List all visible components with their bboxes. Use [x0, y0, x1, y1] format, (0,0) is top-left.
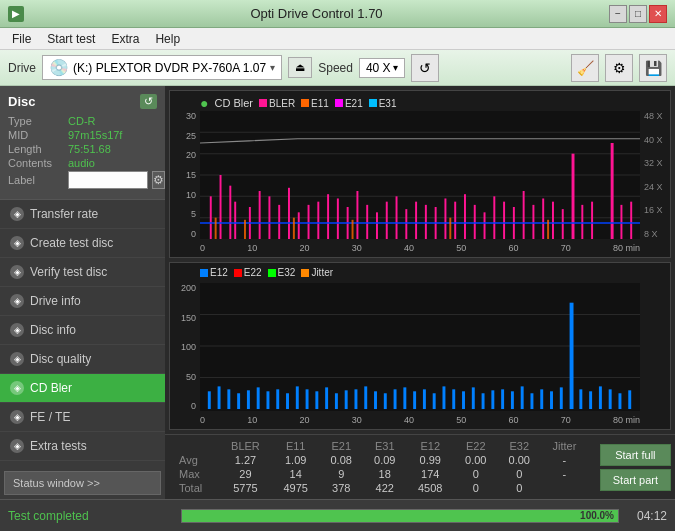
chart2-plot [200, 283, 640, 411]
minimize-button[interactable]: − [609, 5, 627, 23]
sidebar-item-disc-quality[interactable]: ◈ Disc quality [0, 345, 165, 374]
svg-rect-7 [229, 186, 231, 239]
col-header-e31: E31 [363, 439, 407, 453]
svg-rect-86 [491, 390, 494, 409]
total-jitter [541, 481, 588, 495]
col-header-e21: E21 [319, 439, 363, 453]
drive-info-icon: ◈ [10, 294, 24, 308]
svg-rect-61 [247, 390, 250, 409]
menu-help[interactable]: Help [147, 30, 188, 48]
col-header-empty [173, 439, 219, 453]
svg-rect-80 [433, 393, 436, 409]
svg-rect-46 [620, 205, 622, 239]
sidebar-item-extra-tests[interactable]: ◈ Extra tests [0, 432, 165, 461]
total-e22: 0 [454, 481, 498, 495]
max-e32: 0 [498, 467, 542, 481]
svg-rect-96 [589, 391, 592, 409]
svg-rect-90 [530, 393, 533, 409]
svg-rect-43 [581, 205, 583, 239]
disc-refresh-button[interactable]: ↺ [140, 94, 157, 109]
max-e31: 18 [363, 467, 407, 481]
chart2-y-axis: 200 150 100 50 0 [170, 283, 200, 411]
svg-rect-45 [611, 143, 614, 239]
sidebar-item-verify-test-disc[interactable]: ◈ Verify test disc [0, 258, 165, 287]
status-window-button[interactable]: Status window >> [4, 471, 161, 495]
sidebar: Disc ↺ Type CD-R MID 97m15s17f Length 75… [0, 86, 165, 499]
svg-rect-87 [501, 389, 504, 409]
sidebar-item-disc-info[interactable]: ◈ Disc info [0, 316, 165, 345]
start-part-button[interactable]: Start part [600, 469, 671, 491]
label-key: Label [8, 174, 68, 186]
avg-e22: 0.00 [454, 453, 498, 467]
svg-rect-17 [327, 194, 329, 239]
total-e12: 4508 [406, 481, 454, 495]
svg-rect-89 [521, 386, 524, 409]
drive-text: (K:) PLEXTOR DVDR PX-760A 1.07 [73, 61, 266, 75]
contents-value: audio [68, 157, 95, 169]
toolbar: Drive 💿 (K:) PLEXTOR DVDR PX-760A 1.07 ▾… [0, 50, 675, 86]
total-e31: 422 [363, 481, 407, 495]
svg-rect-82 [452, 389, 455, 409]
speed-selector[interactable]: 40 X ▾ [359, 58, 405, 78]
settings-button[interactable]: ⚙ [605, 54, 633, 82]
menu-extra[interactable]: Extra [103, 30, 147, 48]
sidebar-item-create-test-disc[interactable]: ◈ Create test disc [0, 229, 165, 258]
svg-rect-92 [550, 391, 553, 409]
drive-selector[interactable]: 💿 (K:) PLEXTOR DVDR PX-760A 1.07 ▾ [42, 55, 282, 80]
chart-e12: E12 E22 E32 Jitter 2 [169, 262, 671, 430]
sidebar-item-drive-info[interactable]: ◈ Drive info [0, 287, 165, 316]
svg-rect-75 [384, 393, 387, 409]
svg-rect-20 [356, 191, 358, 239]
svg-rect-83 [462, 391, 465, 409]
svg-rect-44 [591, 202, 593, 239]
svg-rect-64 [276, 389, 279, 409]
table-row-avg: Avg 1.27 1.09 0.08 0.09 0.99 0.00 0.00 - [173, 453, 588, 467]
svg-rect-14 [298, 212, 300, 239]
menu-start-test[interactable]: Start test [39, 30, 103, 48]
mid-key: MID [8, 129, 68, 141]
svg-rect-27 [425, 205, 427, 239]
extra-tests-label: Extra tests [30, 439, 87, 453]
svg-rect-38 [532, 205, 534, 239]
statusbar: Test completed 100.0% 04:12 [0, 499, 675, 531]
svg-rect-70 [335, 393, 338, 409]
menubar: File Start test Extra Help [0, 28, 675, 50]
main-layout: Disc ↺ Type CD-R MID 97m15s17f Length 75… [0, 86, 675, 499]
svg-rect-34 [493, 196, 495, 239]
chart-bler: ● CD Bler BLER E11 E21 [169, 90, 671, 258]
speed-label: Speed [318, 61, 353, 75]
max-e21: 9 [319, 467, 363, 481]
sidebar-item-fe-te[interactable]: ◈ FE / TE [0, 403, 165, 432]
label-input[interactable] [68, 171, 148, 189]
sidebar-item-transfer-rate[interactable]: ◈ Transfer rate [0, 200, 165, 229]
progress-fill [182, 510, 618, 522]
app-icon: ▶ [8, 6, 24, 22]
svg-rect-60 [237, 393, 240, 409]
chart1-plot [200, 111, 640, 239]
eject-button[interactable]: ⏏ [288, 57, 312, 78]
clear-button[interactable]: 🧹 [571, 54, 599, 82]
save-button[interactable]: 💾 [639, 54, 667, 82]
close-button[interactable]: ✕ [649, 5, 667, 23]
sidebar-item-cd-bler[interactable]: ◈ CD Bler [0, 374, 165, 403]
svg-rect-88 [511, 391, 514, 409]
start-full-button[interactable]: Start full [600, 444, 671, 466]
svg-rect-65 [286, 393, 289, 409]
svg-rect-31 [464, 194, 466, 239]
app-title: Opti Drive Control 1.70 [24, 6, 609, 21]
disc-info-icon: ◈ [10, 323, 24, 337]
chart2-x-axis: 0 10 20 30 40 50 60 70 80 min [200, 411, 640, 429]
cd-bler-label: CD Bler [30, 381, 72, 395]
disc-panel-title: Disc [8, 94, 35, 109]
label-gear-button[interactable]: ⚙ [152, 171, 165, 189]
chart-bler-title: ● CD Bler BLER E11 E21 [200, 95, 397, 111]
svg-rect-77 [403, 387, 406, 409]
refresh-button[interactable]: ↺ [411, 54, 439, 82]
svg-rect-29 [444, 198, 446, 239]
maximize-button[interactable]: □ [629, 5, 647, 23]
menu-file[interactable]: File [4, 30, 39, 48]
svg-rect-11 [268, 196, 270, 239]
svg-rect-40 [552, 202, 554, 239]
svg-rect-78 [413, 391, 416, 409]
avg-e11: 1.09 [272, 453, 320, 467]
